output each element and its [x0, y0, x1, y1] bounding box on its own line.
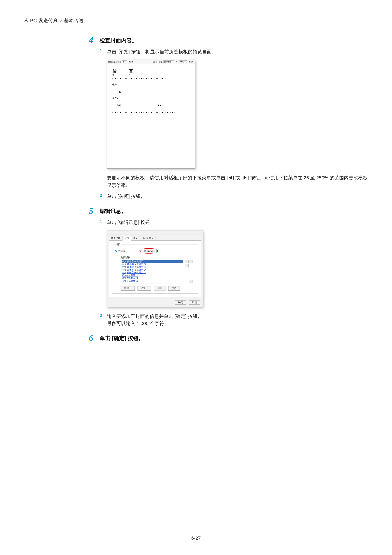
scroll-up-icon[interactable]: ˄ — [189, 260, 193, 263]
edit-button[interactable]: 编辑… — [137, 286, 151, 291]
cover-fieldset: 封页 附封页 编辑讯息 封面模板： 中文[简体字]传真封面 01 — [112, 243, 198, 293]
substep-text-line-1: 输入要添加至封面的信息并单击 [确定] 按钮。 — [107, 314, 202, 319]
recipient-label: 收件人： — [112, 83, 190, 86]
dialog-title — [108, 231, 110, 234]
list-item[interactable]: 中文[简体字]传真封面 04 — [122, 269, 183, 271]
dialog-tabs: 传送选项 封页 验证 送件人信息 — [107, 235, 203, 241]
list-item[interactable]: 英文传真封面 03 — [122, 280, 183, 283]
step-5: 5 编辑讯息。 — [79, 206, 368, 215]
step-5-sub-2: 2 输入要添加至封面的信息并单击 [确定] 按钮。 最多可以输入 1,000 个… — [100, 313, 368, 327]
x-icon: ✕ — [175, 61, 177, 63]
breadcrumb: 从 PC 发送传真 > 基本传送 — [24, 17, 368, 24]
tab-sender-info[interactable]: 送件人信息 — [140, 236, 156, 241]
template-list-wrap: 中文[简体字]传真封面 01 中文[简体字]传真封面 02 中文[简体字]传真封… — [121, 260, 196, 284]
step-4-sub-1: 1 单击 [预览] 按钮。将显示当前所选模板的预览画面。 — [100, 48, 368, 55]
screenshot-preview-dialog: 封面模板选择器 1 ◀ ▶ 关闭 缩放 简体中文 ✕ 100% ◀ ▶ 传 真 … — [107, 60, 368, 169]
tab-cover-page[interactable]: 封页 — [122, 236, 131, 241]
template-action-row: 新建… 编辑… 删除 预览 — [121, 286, 196, 291]
step-4-sub-2: 2 单击 [关闭] 按钮。 — [100, 193, 368, 200]
sender-fax-label: 传真： — [117, 104, 123, 107]
substep-text: 输入要添加至封面的信息并单击 [确定] 按钮。 最多可以输入 1,000 个字符… — [107, 313, 202, 327]
divider-dots-2: □ ■ □ ■ □ ■ □ ■ □ ■ □ ■ □ ■ □ ■ □ ■ □ ■ … — [112, 111, 190, 114]
list-item[interactable]: 中文[简体字]传真封面 02 — [122, 263, 183, 266]
step-6: 6 单击 [确定] 按钮。 — [79, 334, 368, 343]
tab-body: 封页 附封页 编辑讯息 封面模板： 中文[简体字]传真封面 01 — [109, 241, 201, 297]
close-button[interactable]: 关闭 — [152, 61, 158, 63]
reorder-buttons: ↑ ↓ — [185, 260, 189, 284]
header-rule — [24, 26, 368, 26]
zoom-label: 缩放 — [159, 61, 163, 63]
zoom-out-button[interactable]: ◀ — [188, 61, 191, 63]
substep-number: 2 — [100, 313, 107, 318]
attach-cover-input[interactable] — [114, 250, 117, 252]
step-5-sub-1: 1 单击 [编辑讯息] 按钮。 — [100, 219, 368, 226]
screenshot-settings-dialog: ? × 传送选项 封页 验证 送件人信息 封页 附封页 — [107, 230, 368, 307]
cover-sheet-preview: 传 真 者 真 □ ■ □ ■ □ ■ □ ■ □ ■ □ ■ □ ■ □ ■ … — [107, 64, 195, 168]
list-scrollbar[interactable]: ˄ ˅ — [189, 260, 193, 284]
list-item[interactable]: 中文[简体字]传真封面 03 — [122, 266, 183, 269]
document-page: 从 PC 发送传真 > 基本传送 4 检查封面内容。 1 单击 [预览] 按钮。… — [0, 0, 392, 555]
settings-dialog: ? × 传送选项 封页 验证 送件人信息 封页 附封页 — [107, 230, 203, 307]
new-button[interactable]: 新建… — [121, 286, 135, 291]
page-number: 6-27 — [0, 535, 392, 541]
next-template-button[interactable]: ▶ — [131, 61, 134, 63]
tab-auth[interactable]: 验证 — [131, 236, 140, 241]
template-list-label: 封面模板： — [121, 256, 196, 259]
fax-heading: 传 真 — [112, 68, 190, 74]
scroll-down-icon[interactable]: ˅ — [189, 280, 193, 284]
zoom-in-button[interactable]: ▶ — [192, 61, 194, 63]
substep-text: 单击 [预览] 按钮。将显示当前所选模板的预览画面。 — [107, 48, 216, 55]
close-icon[interactable]: × — [200, 231, 202, 234]
edit-message-button[interactable]: 编辑讯息 — [141, 249, 157, 253]
template-dropdown[interactable]: 1 — [122, 60, 127, 63]
substep-number: 1 — [100, 219, 107, 224]
template-listbox[interactable]: 中文[简体字]传真封面 01 中文[简体字]传真封面 02 中文[简体字]传真封… — [121, 260, 184, 284]
step-4: 4 检查封面内容。 — [79, 36, 368, 45]
substep-text: 单击 [编辑讯息] 按钮。 — [107, 219, 155, 226]
cover-legend: 封页 — [114, 243, 121, 246]
list-item[interactable]: 中文[简体字]传真封面 01 — [122, 260, 183, 263]
substep-number: 2 — [100, 193, 107, 198]
attach-cover-label: 附封页 — [118, 249, 125, 252]
prev-template-button[interactable]: ◀ — [128, 61, 131, 63]
list-item[interactable]: 英文传真封面 01 — [122, 274, 183, 277]
recipient-fax-label: 传真： — [117, 90, 190, 93]
move-up-button[interactable]: ↑ — [185, 260, 189, 263]
tab-send-options[interactable]: 传送选项 — [109, 236, 122, 241]
ok-button[interactable]: 确定 — [175, 300, 186, 305]
list-item[interactable]: 英文传真封面 02 — [122, 277, 183, 280]
highlight-oval: 编辑讯息 — [139, 248, 158, 254]
sender-title-label: 名称： — [157, 104, 164, 107]
fax-subheading: 者 真 — [112, 73, 190, 76]
substep-text-line-2: 最多可以输入 1,000 个字符。 — [107, 321, 169, 326]
step-4-note: 要显示不同的模板，请使用对话框顶部的下拉菜单或单击 [◀] 或 [▶] 按钮。可… — [107, 174, 368, 189]
attach-cover-checkbox[interactable]: 附封页 — [114, 249, 125, 252]
list-item[interactable]: 中文[简体字]传真封面 05 — [122, 271, 183, 274]
dialog-footer: 确定 取消 — [107, 299, 203, 307]
step-number-4: 4 — [79, 36, 100, 45]
cancel-button[interactable]: 取消 — [189, 300, 200, 305]
divider-dots: □ ■ □ ■ □ ■ □ ■ □ ■ □ ■ □ ■ □ ■ □ ■ □ ■ … — [112, 77, 190, 80]
dialog-titlebar: ? × — [107, 230, 203, 235]
step-title-5: 编辑讯息。 — [100, 206, 127, 215]
substep-text: 单击 [关闭] 按钮。 — [107, 193, 145, 200]
toolbar-label: 封面模板选择器 — [108, 61, 121, 63]
zoom-pct-dropdown[interactable]: 100% — [179, 60, 187, 63]
delete-button[interactable]: 删除 — [154, 286, 165, 291]
sender-label: 发件人： — [112, 97, 190, 100]
step-number-6: 6 — [79, 334, 100, 343]
preview-toolbar: 封面模板选择器 1 ◀ ▶ 关闭 缩放 简体中文 ✕ 100% ◀ ▶ — [107, 60, 195, 64]
step-title-6: 单击 [确定] 按钮。 — [100, 334, 144, 342]
zoom-dropdown[interactable]: 简体中文 — [164, 60, 174, 63]
preview-button[interactable]: 预览 — [168, 286, 180, 291]
substep-number: 1 — [100, 48, 107, 53]
help-icon[interactable]: ? — [153, 231, 155, 234]
move-down-button[interactable]: ↓ — [185, 264, 189, 267]
step-number-5: 5 — [79, 206, 100, 215]
step-title-4: 检查封面内容。 — [100, 36, 137, 44]
preview-dialog: 封面模板选择器 1 ◀ ▶ 关闭 缩放 简体中文 ✕ 100% ◀ ▶ 传 真 … — [107, 60, 195, 169]
